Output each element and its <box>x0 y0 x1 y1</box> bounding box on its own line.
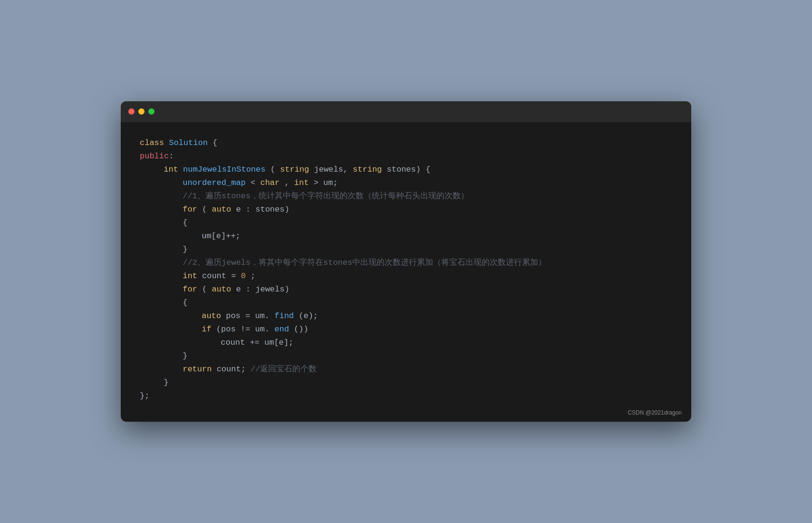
titlebar <box>121 101 691 122</box>
code-line-16: count += um[e]; <box>140 336 672 349</box>
code-line-10: //2、遍历jewels，将其中每个字符在stones中出现的次数进行累加（将宝… <box>140 256 672 270</box>
code-line-4: unordered_map < char , int > um; <box>140 176 672 190</box>
code-line-3: int numJewelsInStones ( string jewels, s… <box>140 163 672 176</box>
code-line-11: int count = 0 ; <box>140 270 672 283</box>
code-window: class Solution { public: int numJewelsIn… <box>121 101 691 422</box>
code-line-14: auto pos = um. find (e); <box>140 310 672 323</box>
code-line-19: } <box>140 376 672 389</box>
code-line-5: //1、遍历stones，统计其中每个字符出现的次数（统计每种石头出现的次数） <box>140 190 672 203</box>
code-line-13: { <box>140 296 672 310</box>
maximize-button[interactable] <box>148 108 155 115</box>
code-line-15: if (pos != um. end ()) <box>140 323 672 336</box>
code-line-2: public: <box>140 150 672 163</box>
code-editor: class Solution { public: int numJewelsIn… <box>121 122 691 422</box>
code-line-8: um[e]++; <box>140 230 672 243</box>
code-line-7: { <box>140 216 672 230</box>
watermark: CSDN @2021dragon <box>628 409 682 416</box>
code-line-20: }; <box>140 389 672 403</box>
code-line-1: class Solution { <box>140 136 672 150</box>
code-line-9: } <box>140 243 672 256</box>
minimize-button[interactable] <box>138 108 145 115</box>
close-button[interactable] <box>128 108 135 115</box>
code-line-12: for ( auto e : jewels) <box>140 283 672 296</box>
code-line-17: } <box>140 349 672 363</box>
code-line-6: for ( auto e : stones) <box>140 203 672 216</box>
code-line-18: return count; //返回宝石的个数 <box>140 363 672 376</box>
